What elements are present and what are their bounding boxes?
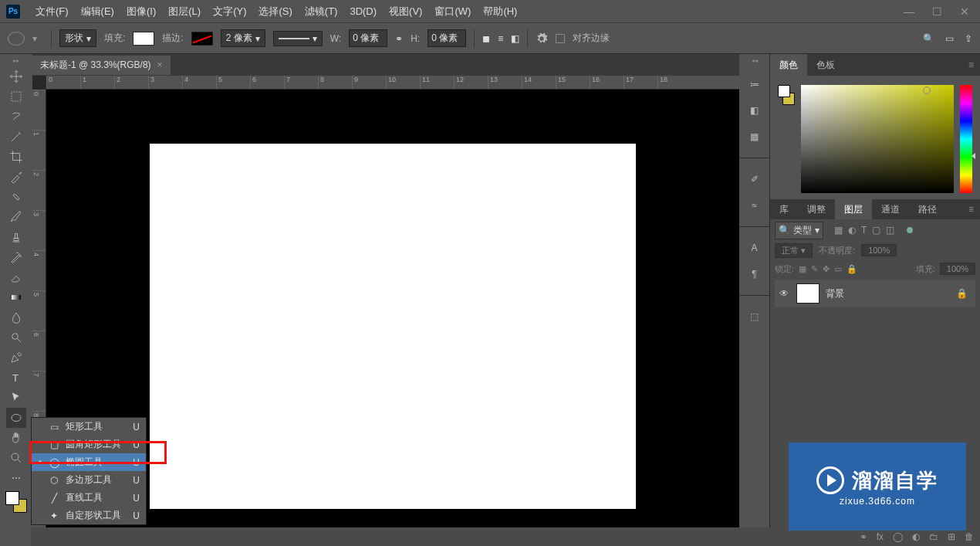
- visibility-icon[interactable]: 👁: [779, 288, 790, 299]
- search-icon[interactable]: 🔍: [923, 33, 934, 44]
- properties-icon[interactable]: ◧: [746, 102, 763, 119]
- history-icon[interactable]: ≔: [746, 76, 763, 93]
- layer-thumbnail[interactable]: [796, 283, 819, 304]
- wand-tool[interactable]: [6, 127, 26, 147]
- layers-menu-icon[interactable]: ≡: [962, 204, 980, 215]
- blur-tool[interactable]: [6, 307, 26, 327]
- lock-pixels-icon[interactable]: ▦: [799, 264, 806, 274]
- group-icon[interactable]: 🗀: [929, 531, 938, 542]
- link-icon[interactable]: ⚭: [395, 33, 403, 44]
- expand-strip-icon[interactable]: ◂◂: [739, 57, 769, 66]
- fill-input[interactable]: 100%: [940, 263, 975, 275]
- width-input[interactable]: 0 像素: [349, 29, 387, 47]
- layer-row[interactable]: 👁 背景 🔒: [775, 280, 975, 307]
- opacity-input[interactable]: 100%: [861, 244, 897, 256]
- stamp-tool[interactable]: [6, 227, 26, 247]
- tab-adjust[interactable]: 调整: [798, 198, 835, 221]
- brush-settings-icon[interactable]: ≈: [746, 197, 763, 214]
- canvas-viewport[interactable]: [46, 90, 739, 531]
- hand-tool[interactable]: [6, 428, 26, 448]
- brushes-icon[interactable]: ✐: [746, 171, 763, 188]
- dodge-tool[interactable]: [6, 327, 26, 348]
- filter-adjust-icon[interactable]: ◐: [848, 225, 856, 236]
- stroke-swatch[interactable]: [191, 32, 213, 46]
- menu-3d[interactable]: 3D(D): [343, 5, 383, 17]
- history-brush-tool[interactable]: [6, 247, 26, 267]
- tab-swatches[interactable]: 色板: [807, 54, 844, 76]
- flyout-custom-shape[interactable]: ✦自定形状工具U: [32, 507, 146, 524]
- color-field[interactable]: [801, 85, 954, 193]
- mask-icon[interactable]: ◯: [893, 531, 903, 542]
- menu-type[interactable]: 文字(Y): [207, 5, 252, 19]
- hue-slider[interactable]: [960, 85, 972, 193]
- zoom-tool[interactable]: [6, 448, 26, 468]
- filter-image-icon[interactable]: ▦: [834, 225, 843, 236]
- marquee-tool[interactable]: [6, 86, 26, 107]
- minimize-button[interactable]: —: [900, 5, 918, 19]
- layer-filter-select[interactable]: 🔍 类型 ▾: [775, 222, 823, 239]
- flyout-polygon[interactable]: ⬡多边形工具U: [32, 471, 146, 489]
- move-tool[interactable]: [6, 66, 26, 86]
- tab-color[interactable]: 颜色: [770, 54, 807, 76]
- gear-icon[interactable]: [536, 32, 548, 45]
- delete-icon[interactable]: 🗑: [965, 531, 974, 542]
- close-button[interactable]: ✕: [955, 5, 974, 19]
- color-panel-swatches[interactable]: [778, 85, 795, 105]
- tab-close-button[interactable]: ×: [157, 59, 163, 70]
- fx-icon[interactable]: fx: [877, 531, 884, 542]
- expand-toolbox-icon[interactable]: ▸▸: [0, 57, 32, 66]
- tool-preset-icon[interactable]: [8, 32, 25, 46]
- stroke-width-input[interactable]: 2 像素▾: [221, 29, 265, 47]
- share-icon[interactable]: ⇪: [965, 33, 972, 44]
- menu-edit[interactable]: 编辑(E): [75, 5, 120, 19]
- maximize-button[interactable]: ☐: [928, 5, 946, 19]
- filter-toggle[interactable]: [907, 227, 913, 233]
- filter-shape-icon[interactable]: ▢: [872, 225, 880, 236]
- path-select-tool[interactable]: [6, 388, 26, 408]
- gradient-tool[interactable]: [6, 287, 26, 307]
- menu-image[interactable]: 图像(I): [120, 5, 162, 19]
- flyout-rounded-rect[interactable]: ▢圆角矩形工具U: [32, 436, 146, 453]
- type-tool[interactable]: T: [6, 368, 26, 388]
- swatches2-icon[interactable]: ▦: [746, 128, 763, 145]
- pen-tool[interactable]: [6, 348, 26, 368]
- crop-tool[interactable]: [6, 147, 26, 167]
- 3d-icon[interactable]: ⬚: [746, 308, 763, 325]
- menu-file[interactable]: 文件(F): [29, 5, 75, 19]
- canvas[interactable]: [150, 144, 636, 509]
- eraser-tool[interactable]: [6, 267, 26, 287]
- stroke-style-select[interactable]: ▾: [273, 31, 323, 46]
- menu-filter[interactable]: 滤镜(T): [299, 5, 344, 19]
- align-icon[interactable]: ≡: [498, 33, 503, 44]
- filter-smart-icon[interactable]: ◫: [886, 225, 894, 236]
- menu-view[interactable]: 视图(V): [383, 5, 428, 19]
- color-picker-ring[interactable]: [923, 86, 931, 94]
- chevron-down-icon[interactable]: ▾: [32, 33, 43, 44]
- paragraph-icon[interactable]: ¶: [746, 266, 763, 283]
- color-swatches[interactable]: [5, 491, 27, 513]
- eyedropper-tool[interactable]: [6, 167, 26, 187]
- path-ops-icon[interactable]: ◼: [482, 33, 490, 44]
- heal-tool[interactable]: [6, 187, 26, 207]
- flyout-ellipse[interactable]: •◯椭圆工具U: [32, 453, 146, 471]
- align-edges-checkbox[interactable]: [556, 34, 565, 43]
- brush-tool[interactable]: [6, 207, 26, 227]
- adjustment-icon[interactable]: ◐: [912, 531, 920, 542]
- tab-paths[interactable]: 路径: [909, 198, 946, 221]
- document-tab[interactable]: 未标题-1 @ 33.3%(RGB/8) ×: [32, 56, 171, 75]
- tool-mode-select[interactable]: 形状▾: [59, 29, 96, 47]
- menu-select[interactable]: 选择(S): [252, 5, 298, 19]
- flyout-line[interactable]: ╱直线工具U: [32, 489, 146, 507]
- blend-mode-select[interactable]: 正常 ▾: [775, 243, 813, 258]
- menu-layer[interactable]: 图层(L): [162, 5, 207, 19]
- filter-type-icon[interactable]: T: [861, 225, 867, 236]
- layer-name[interactable]: 背景: [826, 287, 844, 300]
- flyout-rectangle[interactable]: ▭矩形工具U: [32, 418, 146, 436]
- new-layer-icon[interactable]: ⊞: [948, 531, 955, 542]
- arrange-icon[interactable]: ◧: [511, 33, 519, 44]
- menu-window[interactable]: 窗口(W): [428, 5, 477, 19]
- workspace-icon[interactable]: ▭: [945, 33, 954, 44]
- lock-pos-icon[interactable]: ✥: [823, 264, 830, 274]
- shape-tool[interactable]: [6, 408, 26, 428]
- lasso-tool[interactable]: [6, 107, 26, 127]
